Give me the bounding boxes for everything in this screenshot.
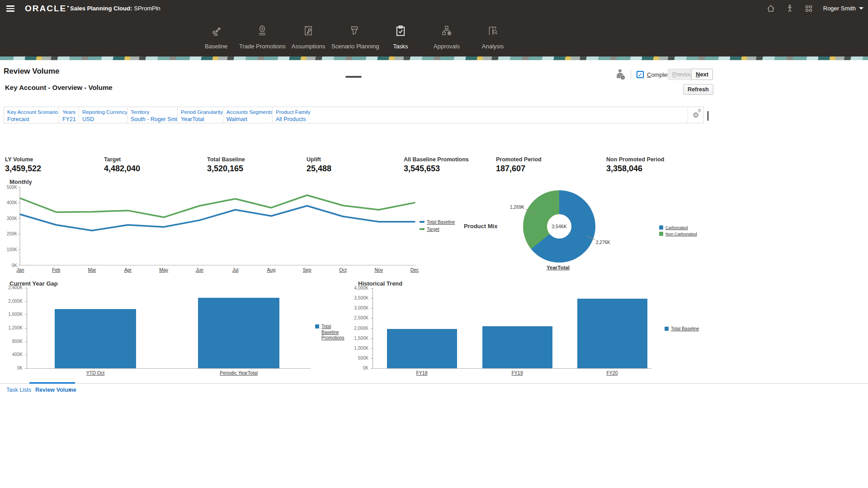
nav-item-assumptions[interactable]: Assumptions bbox=[285, 17, 331, 50]
task-instructions-icon[interactable]: ? bbox=[616, 69, 627, 81]
total-baseline-swatch bbox=[420, 221, 425, 223]
navigator-grid-icon[interactable] bbox=[804, 4, 813, 13]
kpi-total-baseline: Total Baseline3,520,165 bbox=[207, 156, 245, 174]
y-axis-tick: 0K bbox=[348, 366, 368, 371]
bar-periodic-yeartotal[interactable] bbox=[198, 298, 279, 368]
pov-settings-button[interactable]: ⚙ ⚙ bbox=[688, 107, 703, 123]
top-bar: ORACLE Sales Planning Cloud:SPromPln Rog… bbox=[0, 0, 868, 17]
category-label-fy18[interactable]: FY18 bbox=[390, 370, 453, 375]
y-axis-tick: 500K bbox=[348, 356, 368, 361]
monthly-line-chart: Monthly 0K100K200K300K400K500KJanFebMarA… bbox=[0, 177, 427, 276]
pov-accounts-segments-value[interactable]: Walmart bbox=[226, 116, 272, 122]
donut-footer-yeartotal[interactable]: YearTotal bbox=[547, 265, 570, 270]
series-target[interactable] bbox=[20, 195, 415, 217]
header-divider bbox=[631, 70, 631, 80]
y-axis-tick: 2,000K bbox=[348, 326, 368, 331]
month-label-Mar[interactable]: Mar bbox=[88, 267, 96, 272]
gear-icon-small: ⚙ bbox=[698, 108, 702, 113]
y-axis-tick: 800K bbox=[0, 339, 23, 344]
assumptions-icon bbox=[302, 24, 315, 37]
pov-scenario: Key Account Scenario Forecast bbox=[4, 107, 59, 123]
product-mix-title: Product Mix bbox=[464, 223, 497, 230]
month-label-Aug[interactable]: Aug bbox=[267, 267, 276, 272]
nav-collapse-handle[interactable] bbox=[345, 76, 362, 78]
month-label-Oct[interactable]: Oct bbox=[339, 267, 346, 272]
pov-territory-value[interactable]: South - Roger Smith bbox=[131, 116, 177, 122]
nav-item-tasks[interactable]: Tasks bbox=[377, 17, 424, 50]
month-label-Sep[interactable]: Sep bbox=[303, 267, 311, 272]
legend-total-baseline[interactable]: Total Baseline bbox=[427, 220, 455, 225]
nav-item-approvals[interactable]: Approvals bbox=[424, 17, 470, 50]
category-label-fy20[interactable]: FY20 bbox=[580, 370, 644, 375]
baseline-icon bbox=[210, 24, 222, 37]
month-label-Jun[interactable]: Jun bbox=[196, 267, 203, 272]
refresh-button[interactable]: Refresh bbox=[683, 84, 713, 95]
legend-non-carbonated[interactable]: Non Carbonated bbox=[665, 231, 697, 237]
pov-years-value[interactable]: FY21 bbox=[62, 116, 79, 122]
nav-item-baseline[interactable]: Baseline bbox=[193, 17, 239, 50]
pov-currency-value[interactable]: USD bbox=[82, 116, 127, 122]
y-axis-tick: 0K bbox=[0, 366, 23, 371]
kpi-non-promoted-period: Non Promoted Period3,358,046 bbox=[606, 156, 664, 174]
month-label-May[interactable]: May bbox=[159, 267, 169, 272]
next-button[interactable]: Next bbox=[691, 69, 713, 80]
chevron-down-icon bbox=[859, 7, 863, 9]
y-axis-tick: 4,000K bbox=[348, 286, 368, 291]
y-axis-tick: 1,600K bbox=[0, 312, 23, 317]
legend-total-baseline-promotions[interactable]: Total Baseline Promotions bbox=[321, 324, 347, 341]
pov-scenario-value[interactable]: Forecast bbox=[7, 116, 59, 122]
approvals-icon bbox=[440, 24, 453, 37]
y-axis-tick: 1,200K bbox=[0, 325, 23, 330]
nav-item-analysis[interactable]: Analysis bbox=[470, 17, 516, 50]
oracle-logo: ORACLE bbox=[25, 4, 69, 14]
month-label-Dec[interactable]: Dec bbox=[410, 267, 419, 272]
pov-territory: Territory South - Roger Smith bbox=[127, 107, 178, 123]
pov-period-granularity-value[interactable]: YearTotal bbox=[181, 116, 223, 122]
carbonated-swatch bbox=[659, 225, 663, 230]
legend-target[interactable]: Target bbox=[427, 227, 439, 233]
nav-item-scenario-planning[interactable]: Scenario Planning bbox=[331, 17, 377, 50]
legend-carbonated[interactable]: Carbonated bbox=[665, 225, 688, 230]
y-axis-tick: 100K bbox=[7, 247, 18, 252]
monthly-plot-area: 0K100K200K300K400K500KJanFebMarAprMayJun… bbox=[0, 183, 427, 277]
donut-center-total: 3,546K bbox=[547, 214, 571, 239]
home-icon[interactable] bbox=[766, 4, 775, 13]
pov-bar: Key Account Scenario Forecast Years FY21… bbox=[4, 107, 704, 123]
svg-text:$: $ bbox=[261, 26, 264, 31]
slice-label-carbonated: 2,276K bbox=[596, 240, 610, 245]
kpi-promoted-period: Promoted Period187,607 bbox=[496, 156, 542, 174]
bar-fy20[interactable] bbox=[577, 299, 647, 368]
month-label-Jul[interactable]: Jul bbox=[232, 267, 238, 272]
series-total-baseline[interactable] bbox=[20, 206, 415, 231]
user-menu[interactable]: Roger Smith bbox=[823, 5, 863, 12]
bar-ytd-oct[interactable] bbox=[55, 309, 136, 368]
historical-trend-plot: 0K500K1,000K1,500K2,000K2,500K3,000K3,50… bbox=[348, 279, 705, 385]
pov-spacer bbox=[327, 107, 688, 123]
tab-task-lists[interactable]: Task Lists bbox=[6, 387, 31, 393]
close-tab-icon[interactable]: × bbox=[68, 387, 72, 394]
month-label-Nov[interactable]: Nov bbox=[374, 267, 383, 272]
tabbar-divider bbox=[0, 383, 868, 384]
month-label-Feb[interactable]: Feb bbox=[52, 267, 60, 272]
current-year-gap-chart: Current Year Gap 0K400K800K1,200K1,600K2… bbox=[0, 279, 348, 385]
user-name: Roger Smith bbox=[823, 5, 856, 12]
y-axis-tick: 2,000K bbox=[0, 299, 23, 304]
bar-fy18[interactable] bbox=[387, 329, 457, 368]
category-label-fy19[interactable]: FY19 bbox=[486, 370, 549, 375]
analysis-icon bbox=[486, 24, 499, 37]
active-tab-indicator bbox=[29, 382, 75, 384]
category-label-periodic-yeartotal[interactable]: Periodic YearTotal bbox=[207, 370, 270, 375]
complete-checkbox[interactable]: ✓ bbox=[637, 71, 644, 78]
y-axis-tick: 400K bbox=[7, 200, 18, 205]
accessibility-icon[interactable] bbox=[785, 4, 794, 13]
hamburger-menu-icon[interactable] bbox=[6, 4, 15, 12]
month-label-Jan[interactable]: Jan bbox=[17, 267, 24, 272]
bar-fy19[interactable] bbox=[482, 326, 552, 368]
month-label-Apr[interactable]: Apr bbox=[124, 267, 132, 272]
target-swatch bbox=[420, 228, 425, 230]
pov-product-family-value[interactable]: All Products bbox=[276, 116, 327, 122]
legend-total-baseline-hist[interactable]: Total Baseline bbox=[671, 326, 699, 332]
nav-item-trade-promotions[interactable]: $ Trade Promotions bbox=[239, 17, 285, 50]
form-title: Key Account - Overview - Volume bbox=[5, 84, 113, 91]
category-label-ytd-oct[interactable]: YTD Oct bbox=[64, 370, 127, 375]
